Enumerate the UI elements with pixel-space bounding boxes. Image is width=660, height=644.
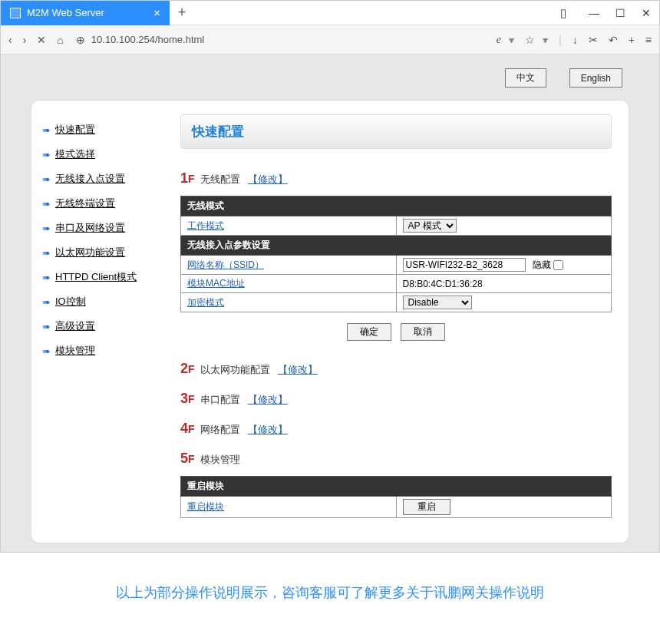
sidebar-item-label: 无线终端设置 xyxy=(55,197,115,210)
step-f: F xyxy=(188,423,195,435)
wireless-config-table: 无线模式 工作模式 AP 模式 无线接入点参数设置 网络名称（SSID） 隐藏 xyxy=(180,196,612,312)
new-tab-button[interactable]: + xyxy=(170,5,194,21)
mac-value: D8:B0:4C:D1:36:28 xyxy=(396,275,612,293)
sidebar-item-label: 串口及网络设置 xyxy=(55,221,125,235)
sidebar-item-ap-settings[interactable]: ➠无线接入点设置 xyxy=(42,167,162,191)
cancel-button[interactable]: 取消 xyxy=(401,323,445,341)
sidebar-item-quick-config[interactable]: ➠快速配置 xyxy=(42,117,162,142)
edit-link[interactable]: 【修改】 xyxy=(278,364,318,375)
window-maximize-icon[interactable]: ☐ xyxy=(607,1,633,25)
step-number: 1 xyxy=(180,170,188,186)
sidebar-item-serial-net[interactable]: ➠串口及网络设置 xyxy=(42,216,162,240)
row-label-restart: 重启模块 xyxy=(181,497,397,518)
step-f: F xyxy=(188,453,195,465)
step-label: 以太网功能配置 xyxy=(200,364,270,375)
sidebar-item-sta-settings[interactable]: ➠无线终端设置 xyxy=(42,191,162,216)
browser-tab[interactable]: M2M Web Server × xyxy=(1,1,170,25)
encryption-select[interactable]: Disable xyxy=(403,296,472,309)
sidebar-item-label: HTTPD Client模式 xyxy=(55,270,137,284)
site-identity-icon[interactable]: ⊕ xyxy=(76,34,85,46)
step-3-header: 3F 串口配置 【修改】 xyxy=(180,391,612,407)
step-number: 2 xyxy=(180,361,188,376)
arrow-icon: ➠ xyxy=(42,223,51,234)
download-icon[interactable]: ↓ xyxy=(573,34,578,46)
step-label: 网络配置 xyxy=(200,424,240,435)
close-tab-icon[interactable]: × xyxy=(153,6,160,19)
row-label-ssid: 网络名称（SSID） xyxy=(181,256,397,275)
sidebar-item-module-mgmt[interactable]: ➠模块管理 xyxy=(42,339,162,363)
sidebar-nav: ➠快速配置 ➠模式选择 ➠无线接入点设置 ➠无线终端设置 ➠串口及网络设置 ➠以… xyxy=(31,101,173,543)
edit-link[interactable]: 【修改】 xyxy=(248,394,288,405)
sidebar-item-io-control[interactable]: ➠IO控制 xyxy=(42,289,162,314)
restart-button[interactable]: 重启 xyxy=(403,499,450,515)
step-5-header: 5F 模块管理 xyxy=(180,451,612,467)
window-close-icon[interactable]: ✕ xyxy=(633,1,659,25)
step-2-header: 2F 以太网功能配置 【修改】 xyxy=(180,361,612,377)
page-viewport: 中文 English ➠快速配置 ➠模式选择 ➠无线接入点设置 ➠无线终端设置 … xyxy=(1,54,659,552)
lang-cn-button[interactable]: 中文 xyxy=(505,68,546,88)
sidebar-item-ethernet[interactable]: ➠以太网功能设置 xyxy=(42,240,162,265)
sidebar-item-httpd-client[interactable]: ➠HTTPD Client模式 xyxy=(42,265,162,289)
plus-icon[interactable]: + xyxy=(629,34,635,46)
hide-ssid-wrap: 隐藏 xyxy=(533,259,563,270)
table-header-mode: 无线模式 xyxy=(181,197,612,216)
sidebar-item-mode-select[interactable]: ➠模式选择 xyxy=(42,142,162,167)
sidebar-item-advanced[interactable]: ➠高级设置 xyxy=(42,314,162,339)
workmode-select[interactable]: AP 模式 xyxy=(403,219,457,233)
step-label: 串口配置 xyxy=(200,394,240,405)
arrow-icon: ➠ xyxy=(42,124,51,136)
table-header-restart: 重启模块 xyxy=(181,477,612,497)
window-minimize-icon[interactable]: — xyxy=(581,1,607,25)
home-button[interactable]: ⌂ xyxy=(57,34,63,46)
sidebar-item-label: 高级设置 xyxy=(55,319,95,333)
step-label: 无线配置 xyxy=(200,173,240,185)
content-card: ➠快速配置 ➠模式选择 ➠无线接入点设置 ➠无线终端设置 ➠串口及网络设置 ➠以… xyxy=(31,101,629,543)
row-label-encryption: 加密模式 xyxy=(181,293,397,312)
arrow-icon: ➠ xyxy=(42,345,51,357)
sidebar-item-label: 模式选择 xyxy=(55,147,95,161)
browser-toolbar: ‹ › ✕ ⌂ ⊕ 10.10.100.254/home.html e ▾ ☆ … xyxy=(1,25,659,54)
chevron-down-icon[interactable]: ▾ xyxy=(509,34,514,46)
sidebar-item-label: 无线接入点设置 xyxy=(55,172,125,186)
cut-icon[interactable]: ✂ xyxy=(589,34,598,46)
row-label-mac: 模块MAC地址 xyxy=(181,275,397,293)
ssid-input[interactable] xyxy=(403,258,526,272)
step-1-header: 1F 无线配置 【修改】 xyxy=(180,170,612,187)
page-title: 快速配置 xyxy=(180,114,612,149)
menu-icon[interactable]: ≡ xyxy=(645,34,652,46)
chevron-down-icon[interactable]: ▾ xyxy=(543,34,548,46)
edit-link[interactable]: 【修改】 xyxy=(248,173,288,185)
separator: | xyxy=(559,34,562,46)
compat-mode-icon[interactable]: e xyxy=(497,34,501,46)
arrow-icon: ➠ xyxy=(42,198,51,210)
hide-ssid-label: 隐藏 xyxy=(533,259,551,270)
arrow-icon: ➠ xyxy=(42,321,51,332)
sidebar-item-label: 以太网功能设置 xyxy=(55,246,125,259)
undo-icon[interactable]: ↶ xyxy=(609,34,618,46)
sidebar-item-label: IO控制 xyxy=(55,295,86,309)
edit-link[interactable]: 【修改】 xyxy=(248,424,288,435)
reader-mode-icon[interactable]: ▯ xyxy=(550,1,576,25)
tab-title: M2M Web Server xyxy=(27,7,104,18)
step-4-header: 4F 网络配置 【修改】 xyxy=(180,421,612,437)
arrow-icon: ➠ xyxy=(42,149,51,160)
hide-ssid-checkbox[interactable] xyxy=(553,260,563,270)
stop-button[interactable]: ✕ xyxy=(37,34,46,46)
address-bar[interactable]: 10.10.100.254/home.html xyxy=(91,34,204,45)
page-icon xyxy=(10,8,21,18)
step-f: F xyxy=(188,173,195,185)
favorite-icon[interactable]: ☆ xyxy=(525,34,535,46)
row-label-workmode: 工作模式 xyxy=(181,216,397,236)
lang-en-button[interactable]: English xyxy=(569,68,622,88)
forward-button[interactable]: › xyxy=(23,34,27,46)
arrow-icon: ➠ xyxy=(42,173,51,185)
back-button[interactable]: ‹ xyxy=(8,34,12,46)
step-label: 模块管理 xyxy=(200,454,240,465)
step-number: 4 xyxy=(180,421,188,436)
sidebar-item-label: 快速配置 xyxy=(55,123,95,137)
sidebar-item-label: 模块管理 xyxy=(55,344,95,358)
restart-table: 重启模块 重启模块 重启 xyxy=(180,476,612,518)
arrow-icon: ➠ xyxy=(42,272,51,283)
arrow-icon: ➠ xyxy=(42,296,51,308)
ok-button[interactable]: 确定 xyxy=(347,323,391,341)
